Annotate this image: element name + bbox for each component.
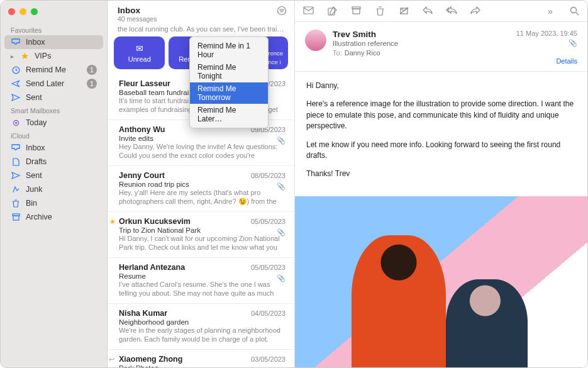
sidebar-item-drafts[interactable]: Drafts: [1, 155, 107, 169]
junk-icon: [11, 186, 21, 194]
sidebar-item-junk[interactable]: Junk: [1, 182, 107, 196]
top-truncated-preview: the local running club. As you can see, …: [108, 25, 294, 36]
swipe-pills: ✉ Unread ◷ Remind M Trev Smith Illustrat…: [108, 36, 294, 74]
more-icon[interactable]: »: [545, 6, 556, 16]
message-header: Trev Smith Illustration reference To:Dan…: [295, 22, 587, 72]
list-item[interactable]: ↩ Xiaomeng Zhong03/05/2023 Park Photos H…: [108, 350, 294, 367]
remind-me-menu: Remind Me in 1 Hour Remind Me Tonight Re…: [189, 36, 269, 128]
figure-silhouette: [352, 235, 446, 367]
sidebar-item-remind-me[interactable]: Remind Me 1: [1, 63, 107, 77]
star-icon: [19, 52, 30, 60]
svg-rect-9: [353, 9, 360, 14]
tray-icon: [11, 38, 21, 46]
svg-rect-4: [13, 216, 19, 220]
sidebar-section-icloud: iCloud: [1, 130, 107, 141]
reading-pane: » Trev Smith Illustration reference To:D…: [295, 1, 587, 367]
sidebar-item-archive[interactable]: Archive: [1, 210, 107, 224]
search-icon[interactable]: [569, 6, 580, 16]
list-title: Inbox: [118, 6, 157, 15]
sidebar-section-favourites: Favourites: [1, 24, 107, 35]
reply-icon[interactable]: [422, 6, 433, 16]
list-subtitle: 40 messages: [118, 15, 157, 23]
sidebar-section-smart: Smart Mailboxes: [1, 104, 107, 116]
paperclip-icon: 📎: [277, 274, 286, 282]
menu-item-later[interactable]: Remind Me Later…: [190, 104, 268, 125]
forward-icon[interactable]: [470, 6, 481, 16]
paperclip-icon: 📎: [516, 39, 577, 47]
sidebar-item-inbox[interactable]: Inbox: [4, 35, 103, 49]
list-item[interactable]: ★ Orkun Kucuksevim05/05/2023 Trip to Zio…: [108, 212, 294, 258]
attachment-image: [295, 196, 587, 367]
chevron-right-icon: ▸: [11, 53, 17, 60]
send-later-icon: [11, 80, 21, 87]
envelope-icon[interactable]: [302, 6, 314, 16]
junk-icon[interactable]: [398, 6, 409, 16]
compose-icon[interactable]: [326, 6, 338, 16]
message-subject: Illustration reference: [333, 40, 510, 47]
sidebar-item-send-later[interactable]: Send Later 1: [1, 77, 107, 91]
bin-icon: [11, 199, 21, 208]
list-item[interactable]: Nisha Kumar04/05/2023 Neighborhood garde…: [108, 304, 294, 350]
pill-unread[interactable]: ✉ Unread: [114, 36, 165, 69]
svg-point-2: [15, 122, 17, 124]
trash-icon[interactable]: [374, 6, 386, 16]
reply-indicator-icon: ↩: [109, 355, 114, 364]
badge: 1: [87, 79, 97, 89]
details-link[interactable]: Details: [516, 57, 577, 65]
to-line: To:Danny Rico: [333, 49, 510, 57]
sidebar-item-vips[interactable]: ▸ VIPs: [1, 49, 107, 63]
reply-all-icon[interactable]: [446, 6, 457, 16]
window-controls: [1, 4, 107, 24]
menu-item-tomorrow[interactable]: Remind Me Tomorrow: [190, 82, 268, 104]
star-icon: ★: [109, 218, 116, 226]
paperclip-icon: 📎: [277, 228, 286, 237]
filter-icon[interactable]: [277, 6, 287, 16]
menu-item-tonight[interactable]: Remind Me Tonight: [190, 61, 268, 82]
paperclip-icon: 📎: [277, 137, 286, 145]
sidebar-item-icloud-sent[interactable]: Sent: [1, 169, 107, 182]
minimize-window[interactable]: [19, 8, 26, 15]
list-item[interactable]: Jenny Court08/05/2023 Reunion road trip …: [108, 166, 294, 212]
tray-icon: [11, 144, 21, 152]
message-body: Hi Danny, Here's a reference image for t…: [295, 72, 587, 196]
sidebar-item-icloud-inbox[interactable]: Inbox: [1, 141, 107, 155]
archive-icon[interactable]: [350, 6, 362, 16]
svg-point-11: [570, 8, 576, 13]
list-header: Inbox 40 messages: [108, 1, 294, 25]
svg-rect-7: [328, 8, 335, 15]
zoom-window[interactable]: [31, 8, 38, 15]
sidebar-item-today[interactable]: Today: [1, 116, 107, 130]
menu-item-1hour[interactable]: Remind Me in 1 Hour: [190, 40, 268, 61]
list-item[interactable]: Herland Antezana05/05/2023 Resume I've a…: [108, 258, 294, 304]
archive-icon: [11, 213, 21, 221]
clock-icon: [11, 66, 21, 74]
paperclip-icon: 📎: [277, 182, 286, 191]
close-window[interactable]: [8, 8, 15, 15]
sidebar-item-sent[interactable]: Sent: [1, 91, 107, 104]
sidebar-item-bin[interactable]: Bin: [1, 196, 107, 210]
gear-icon: [11, 119, 21, 127]
sidebar: Favourites Inbox ▸ VIPs Remind Me 1 Send…: [1, 1, 108, 367]
sent-icon: [11, 94, 21, 101]
message-list-pane: Inbox 40 messages the local running club…: [108, 1, 295, 367]
avatar: [305, 30, 326, 51]
timestamp: 11 May 2023, 19:45: [516, 30, 577, 37]
from-name: Trev Smith: [333, 30, 510, 39]
sent-icon: [11, 172, 21, 179]
envelope-icon: ✉: [136, 43, 143, 53]
figure-silhouette: [446, 279, 528, 367]
doc-icon: [11, 158, 21, 166]
badge: 1: [87, 65, 97, 75]
toolbar: »: [295, 1, 587, 22]
